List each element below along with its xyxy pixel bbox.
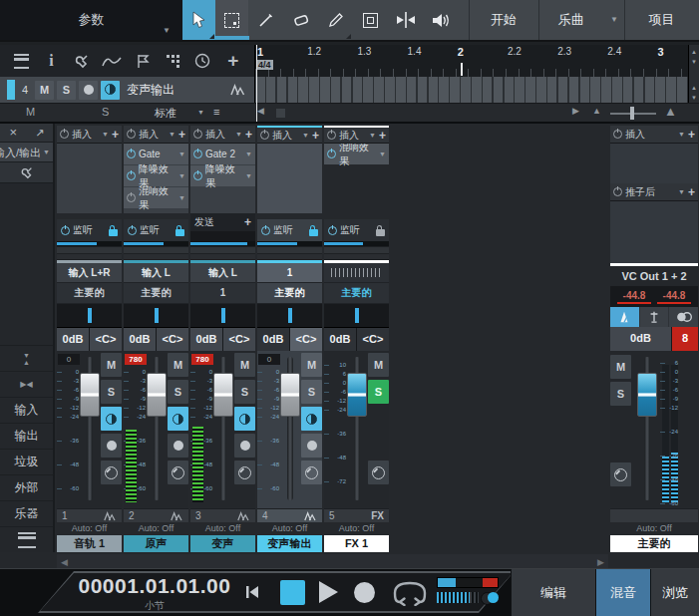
track-preset-selector[interactable]: 标准 (155, 106, 176, 121)
solo-button[interactable]: S (101, 380, 122, 404)
time-display[interactable]: 00001.01.01.00 小节 (70, 574, 239, 613)
split-tool-button[interactable] (249, 0, 282, 40)
listen-tool-button[interactable] (424, 0, 457, 40)
pan-value[interactable]: <C> (157, 328, 188, 351)
pencil-tool-button[interactable] (319, 0, 352, 40)
fader-handle[interactable] (213, 373, 233, 417)
arrange-grid[interactable] (254, 77, 688, 103)
scroll-right-icon[interactable]: ▶ (597, 557, 604, 567)
power-icon[interactable] (193, 171, 202, 180)
fader-handle[interactable] (637, 373, 657, 417)
master-mute-label[interactable]: M (26, 106, 35, 118)
post-fader-header[interactable]: 推子后▼+ (610, 183, 698, 201)
peak-value[interactable]: 780 (191, 354, 213, 365)
track-name[interactable]: 变声输出 (127, 82, 227, 99)
mute-button[interactable]: M (234, 353, 255, 377)
output-selector[interactable]: 主要的 (124, 283, 188, 304)
monitor-button[interactable] (301, 407, 322, 431)
automation-mode[interactable]: Auto: Off (257, 522, 322, 535)
track-solo-button[interactable]: S (57, 81, 76, 100)
scroll-left-icon[interactable]: ◀ (257, 106, 264, 116)
sidebar-item-outputs[interactable]: 输出 (0, 423, 53, 449)
chevron-down-icon[interactable]: ▼ (169, 131, 175, 138)
automation-icon[interactable] (101, 50, 123, 72)
tab-mix[interactable]: 混音 (595, 569, 650, 616)
chevron-down-icon[interactable]: ▼ (678, 131, 685, 138)
inserts-header[interactable]: 插入▼+ (610, 126, 698, 144)
banks-menu-icon[interactable] (0, 526, 53, 552)
post-fader-list[interactable] (610, 201, 698, 263)
cue-mix-row[interactable]: 监听 (124, 219, 188, 241)
insert-slot[interactable]: 降噪效果▼ (190, 165, 255, 186)
zoom-out-arrow-icon[interactable]: ▲ (592, 106, 601, 116)
chevron-down-icon[interactable]: ▼ (178, 151, 185, 157)
cue-mix-row[interactable]: 监听 (57, 219, 122, 241)
tab-project[interactable]: 项目 (624, 0, 699, 40)
fader-handle[interactable] (280, 373, 300, 417)
collapsed-sections[interactable] (124, 246, 188, 260)
solo-button[interactable]: S (168, 380, 188, 404)
chevron-down-icon[interactable]: ▼ (245, 151, 252, 157)
power-icon[interactable] (127, 171, 136, 180)
input-gain-knob[interactable] (168, 461, 188, 484)
peak-value[interactable]: 0 (258, 354, 280, 365)
gain-value[interactable]: 0dB (57, 328, 89, 351)
channel-name[interactable]: 主要的 (610, 535, 698, 552)
pan-value[interactable]: <C> (90, 328, 122, 351)
record-button[interactable] (354, 582, 375, 603)
detach-icon[interactable]: ↗ (27, 124, 54, 142)
insert-slot[interactable]: 混响效果▼ (324, 144, 389, 164)
zoom-in-arrow-icon[interactable]: ▲ (664, 104, 677, 119)
master-solo-label[interactable]: S (102, 106, 109, 118)
preset-chevron-icon[interactable]: ▼ (197, 109, 204, 116)
pan-control[interactable] (190, 304, 255, 328)
fader-handle[interactable] (80, 373, 100, 417)
input-selector[interactable]: 输入 L (190, 263, 255, 283)
channel-name[interactable]: 变声输出 (257, 535, 322, 552)
channel-name[interactable]: 音轨 1 (57, 535, 122, 552)
channel-name[interactable]: FX 1 (324, 535, 389, 552)
collapsed-sections[interactable] (57, 246, 122, 260)
peak-value[interactable]: 0 (58, 354, 80, 365)
inserts-list[interactable] (57, 144, 122, 213)
lock-icon[interactable] (109, 229, 118, 236)
input-selector[interactable]: 输入 L (124, 263, 188, 283)
playhead[interactable] (256, 45, 257, 122)
add-insert-icon[interactable]: + (245, 128, 252, 142)
zoom-slider-thumb[interactable] (630, 107, 634, 120)
input-gain-knob[interactable] (301, 461, 322, 484)
pan-handle[interactable] (288, 308, 292, 323)
solo-button[interactable]: S (610, 382, 631, 406)
sidebar-item-inputs[interactable]: 输入 (0, 397, 53, 423)
pan-handle[interactable] (221, 308, 225, 323)
eraser-tool-button[interactable] (284, 0, 317, 40)
inserts-list[interactable] (610, 144, 698, 183)
add-insert-icon[interactable]: + (178, 128, 185, 142)
insert-slot[interactable]: 混响效果▼ (124, 187, 188, 208)
peak-value[interactable]: 780 (125, 354, 147, 365)
record-button[interactable] (168, 434, 188, 458)
automation-mode[interactable]: Auto: Off (57, 522, 122, 535)
pan-handle[interactable] (355, 308, 359, 323)
power-icon[interactable] (127, 193, 136, 202)
mono-button[interactable] (640, 307, 669, 327)
gain-value[interactable]: 0dB (124, 328, 156, 351)
gain-value[interactable]: 0dB (324, 328, 356, 351)
pan-handle[interactable] (155, 308, 159, 323)
input-gain-knob[interactable] (101, 461, 122, 484)
chevron-down-icon[interactable]: ▼ (178, 194, 185, 201)
song-menu-chevron[interactable]: ▼ (604, 0, 624, 40)
output-selector[interactable]: VC Out 1 + 2 (610, 266, 698, 286)
inserts-header[interactable]: 插入▼+ (124, 126, 188, 144)
gain-value[interactable]: 0dB (257, 328, 289, 351)
gain-value[interactable]: 0dB (610, 327, 671, 351)
input-gain-knob[interactable] (234, 461, 255, 484)
input-selector[interactable]: 输入 L+R (57, 263, 122, 283)
channel-name[interactable]: 变声 (190, 535, 255, 552)
monitor-button[interactable] (234, 407, 255, 431)
h-scrollbar-thumb[interactable] (276, 109, 285, 118)
add-insert-icon[interactable]: + (688, 185, 695, 199)
input-gain-knob[interactable] (610, 462, 631, 486)
pan-control[interactable] (124, 304, 188, 328)
cue-mix-row[interactable]: 监听 (257, 219, 322, 241)
